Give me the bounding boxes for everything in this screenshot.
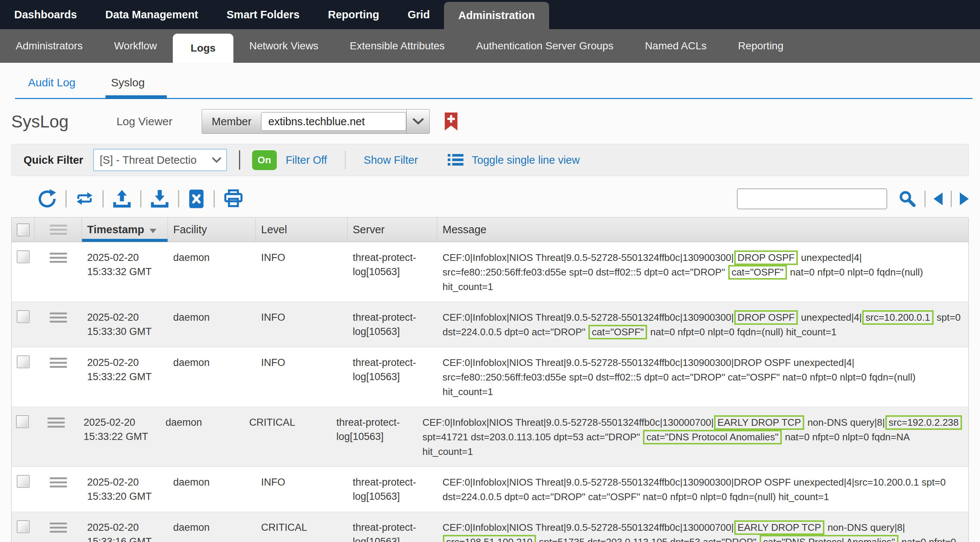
- cell-message: CEF:0|Infoblox|NIOS Threat|9.0.5-52728-5…: [437, 475, 969, 504]
- single-line-view-icon[interactable]: [447, 152, 464, 168]
- row-checkbox[interactable]: [17, 355, 30, 368]
- row-checkbox[interactable]: [16, 415, 29, 428]
- bookmark-add-button[interactable]: [443, 112, 459, 131]
- refresh-icon[interactable]: [37, 189, 57, 209]
- tab-audit-log[interactable]: Audit Log: [28, 76, 76, 89]
- top-nav-item-data-management[interactable]: Data Management: [91, 0, 212, 29]
- column-header-server[interactable]: Server: [347, 217, 437, 242]
- message-text: unexpected|4|: [798, 252, 862, 263]
- table-row[interactable]: 2025-02-2015:33:32 GMTdaemonINFOthreat-p…: [11, 242, 969, 302]
- column-header-timestamp[interactable]: Timestamp: [82, 217, 168, 242]
- search-prev-icon[interactable]: [934, 192, 943, 205]
- column-label: Timestamp: [87, 223, 145, 236]
- cell-facility: daemon: [168, 250, 256, 294]
- row-menu-icon[interactable]: [50, 312, 67, 323]
- column-label: Level: [261, 223, 287, 236]
- sub-nav-item-network-views[interactable]: Network Views: [234, 29, 334, 63]
- sub-nav-item-extensible-attributes[interactable]: Extensible Attributes: [334, 29, 460, 63]
- divider: [178, 190, 179, 208]
- member-dropdown-button[interactable]: [406, 109, 430, 133]
- divider: [951, 191, 951, 207]
- bookmark-plus-icon: [443, 112, 459, 131]
- toggle-single-line-link[interactable]: Toggle single line view: [472, 154, 580, 166]
- table-header: Timestamp Facility Level Server Message: [11, 217, 969, 242]
- cell-timestamp: 2025-02-2015:33:20 GMT: [82, 475, 168, 504]
- row-menu-icon[interactable]: [50, 358, 67, 368]
- sub-nav-item-named-acls[interactable]: Named ACLs: [629, 29, 722, 63]
- upload-icon[interactable]: [112, 189, 132, 209]
- row-menu-icon[interactable]: [50, 253, 67, 263]
- threat-highlight: DROP OSPF: [734, 310, 798, 325]
- message-text: CEF:0|Infoblox|NIOS Threat|9.0.5-52728-5…: [442, 522, 734, 533]
- cell-level: INFO: [256, 355, 347, 399]
- top-nav-item-reporting[interactable]: Reporting: [314, 0, 393, 29]
- transfer-icon[interactable]: [75, 190, 94, 208]
- message-text: nat=0 nfpt=0 nlpt=0 fqdn=(null) hit_coun…: [648, 326, 836, 338]
- row-menu-icon[interactable]: [48, 418, 65, 428]
- row-checkbox[interactable]: [17, 310, 30, 323]
- quick-filter-select[interactable]: [S] - Threat Detectio: [93, 149, 227, 171]
- search-icon[interactable]: [899, 190, 916, 208]
- filter-on-button[interactable]: On: [252, 150, 277, 170]
- column-header-facility[interactable]: Facility: [168, 217, 256, 242]
- cell-server: threat-protect-log[10563]: [347, 310, 437, 339]
- divider: [65, 190, 67, 208]
- top-nav-item-administration[interactable]: Administration: [444, 2, 549, 29]
- table-row[interactable]: 2025-02-2015:33:22 GMTdaemonCRITICALthre…: [11, 407, 969, 467]
- message-text: non-DNS query|8|: [805, 417, 885, 428]
- chevron-down-icon: [412, 118, 424, 125]
- top-nav-item-smart-folders[interactable]: Smart Folders: [212, 0, 314, 29]
- member-label: Member: [202, 109, 261, 133]
- row-menu-icon[interactable]: [50, 477, 67, 487]
- sub-nav-item-logs[interactable]: Logs: [173, 34, 234, 63]
- column-label: Facility: [173, 223, 207, 236]
- table-row[interactable]: 2025-02-2015:33:16 GMTdaemonCRITICALthre…: [11, 512, 969, 542]
- message-text: src=fe80::250:56ff:fe03:d55e spt=0 dst=f…: [442, 266, 728, 278]
- sub-nav-item-reporting[interactable]: Reporting: [722, 29, 799, 63]
- message-text: nat=0 nfpt=0 nlpt=0 fqdn=(null): [788, 266, 923, 278]
- search-next-icon[interactable]: [960, 192, 969, 205]
- message-text: nat=0 nfpt=0 nlpt=0 fqdn=NA: [782, 431, 910, 442]
- column-label: Message: [442, 223, 487, 236]
- show-filter-link[interactable]: Show Filter: [364, 154, 418, 166]
- member-value-input[interactable]: extibns.techblue.net: [261, 112, 406, 131]
- export-csv-icon[interactable]: [188, 189, 205, 209]
- sub-nav-item-workflow[interactable]: Workflow: [99, 29, 173, 63]
- column-header-level[interactable]: Level: [256, 217, 347, 242]
- row-menu-icon[interactable]: [50, 523, 67, 532]
- message-text: CEF:0|Infoblox|NIOS Threat|9.0.5-52728-5…: [442, 252, 734, 263]
- cell-server: threat-protect-log[10563]: [347, 355, 437, 399]
- sort-desc-icon: [150, 229, 156, 233]
- cell-message: CEF:0|Infoblox|NIOS Threat|9.0.5-52728-5…: [417, 415, 969, 459]
- row-checkbox[interactable]: [17, 475, 30, 488]
- column-label: Server: [353, 223, 385, 236]
- row-checkbox[interactable]: [17, 520, 30, 533]
- table-row[interactable]: 2025-02-2015:33:30 GMTdaemonINFOthreat-p…: [11, 302, 969, 347]
- search-input[interactable]: [737, 189, 887, 209]
- sub-nav-item-authentication-server-groups[interactable]: Authentication Server Groups: [460, 29, 629, 63]
- active-tab-indicator: [105, 95, 167, 99]
- filter-off-link[interactable]: Filter Off: [286, 154, 327, 166]
- message-text: dst=224.0.0.5 dpt=0 act="DROP" cat="OSPF…: [442, 491, 829, 502]
- column-header-message[interactable]: Message: [437, 217, 969, 242]
- message-text: hit_count=1: [442, 386, 493, 397]
- threat-highlight: src=192.0.2.238: [885, 415, 962, 430]
- top-nav-item-grid[interactable]: Grid: [393, 0, 444, 29]
- cell-level: INFO: [256, 250, 347, 294]
- top-nav-item-dashboards[interactable]: Dashboards: [0, 0, 91, 29]
- select-all-checkbox[interactable]: [17, 223, 30, 236]
- table-row[interactable]: 2025-02-2015:33:20 GMTdaemonINFOthreat-p…: [11, 467, 969, 512]
- cell-level: CRITICAL: [256, 520, 347, 542]
- message-text: CEF:0|Infoblox|NIOS Threat|9.0.5-52728-5…: [442, 357, 854, 368]
- tab-syslog[interactable]: Syslog: [111, 76, 145, 89]
- cell-facility: daemon: [168, 520, 256, 542]
- download-icon[interactable]: [150, 189, 169, 209]
- cell-server: threat-protect-log[10563]: [347, 250, 437, 294]
- cell-facility: daemon: [168, 475, 256, 504]
- table-row[interactable]: 2025-02-2015:33:22 GMTdaemonINFOthreat-p…: [11, 347, 969, 407]
- print-icon[interactable]: [223, 189, 243, 209]
- sub-nav-item-administrators[interactable]: Administrators: [0, 29, 99, 63]
- column-menu-icon[interactable]: [50, 225, 67, 235]
- cell-timestamp: 2025-02-2015:33:22 GMT: [82, 355, 168, 399]
- row-checkbox[interactable]: [17, 250, 30, 263]
